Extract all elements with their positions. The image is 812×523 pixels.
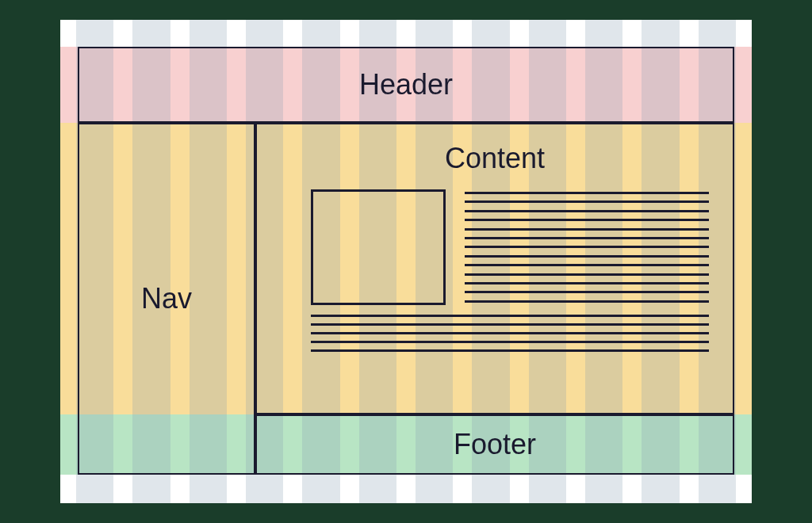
text-line [465, 282, 709, 284]
text-line [465, 300, 709, 303]
nav-label: Nav [141, 282, 192, 315]
text-line [465, 264, 709, 266]
header-region: Header [78, 47, 734, 123]
text-line [465, 246, 709, 248]
text-line [465, 228, 709, 231]
text-line [465, 200, 709, 203]
text-line [311, 323, 709, 326]
footer-region: Footer [255, 414, 734, 475]
text-line [465, 291, 709, 293]
header-label: Header [359, 68, 453, 101]
layout-diagram-canvas: Header Nav Content [60, 20, 752, 503]
footer-label: Footer [454, 428, 536, 461]
text-line [311, 341, 709, 343]
content-region: Content [255, 123, 734, 414]
text-line [465, 192, 709, 194]
text-line [465, 237, 709, 239]
image-placeholder [311, 189, 446, 305]
text-line [311, 332, 709, 334]
text-line [465, 255, 709, 258]
content-label: Content [445, 142, 545, 175]
text-lines-right [465, 189, 709, 305]
text-lines-bottom [311, 315, 709, 352]
text-line [311, 315, 709, 317]
text-line [311, 349, 709, 352]
text-line [465, 219, 709, 221]
text-line [465, 273, 709, 276]
nav-region: Nav [78, 123, 255, 475]
content-placeholder [281, 189, 709, 395]
text-line [465, 210, 709, 212]
